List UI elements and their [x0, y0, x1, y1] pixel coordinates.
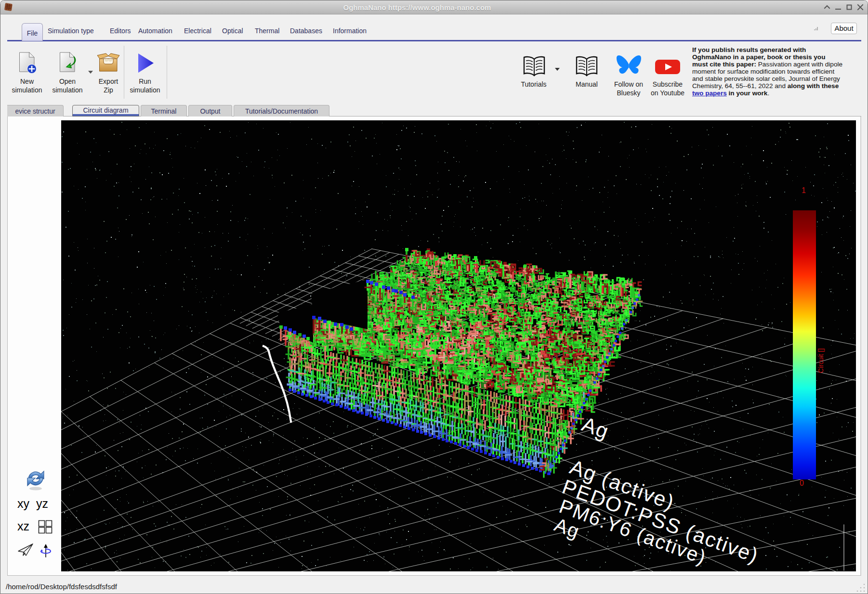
svg-text:Circuit []: Circuit [] — [817, 349, 825, 373]
svg-text:0: 0 — [800, 479, 804, 487]
svg-text:1: 1 — [802, 186, 806, 194]
